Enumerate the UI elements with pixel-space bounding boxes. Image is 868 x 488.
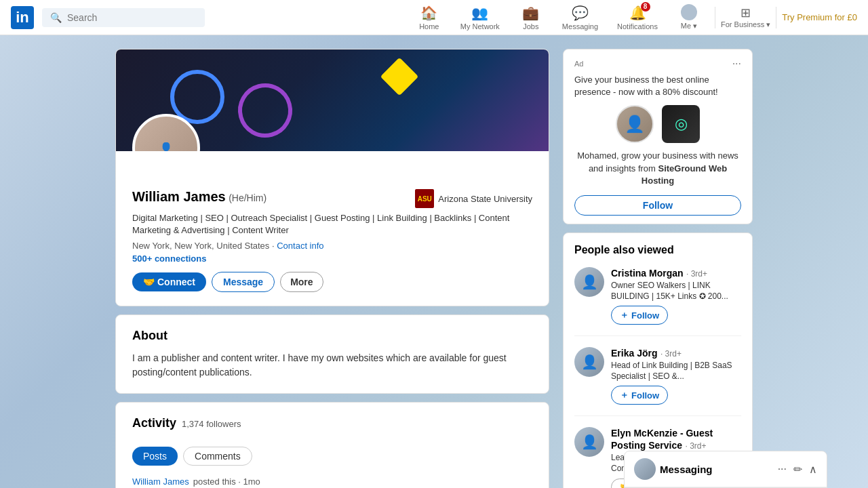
messaging-header[interactable]: Messaging ··· ✏ ∧ [625, 451, 827, 487]
search-icon: 🔍 [50, 12, 62, 23]
nav-divider [715, 7, 715, 28]
cover-shape-yellow [380, 58, 419, 96]
profile-cover: 👤 [116, 49, 549, 151]
notification-badge: 8 [641, 2, 650, 12]
school-logo: ASU [415, 189, 434, 208]
navbar: in 🔍 🏠 Home 👥 My Network 💼 Jobs 💬 Messag… [0, 0, 868, 35]
sidebar: Ad ··· Give your business the best onlin… [563, 49, 753, 488]
nav-my-network-label: My Network [460, 22, 500, 30]
connect-button[interactable]: 🤝 Connect [132, 272, 206, 291]
person-name-row-1: Cristina Morgan · 3rd+ [611, 267, 741, 279]
person-degree-1: · 3rd+ [686, 269, 707, 279]
profile-location: New York, New York, United States · Cont… [132, 241, 532, 251]
nav-for-business[interactable]: ⊞ For Business ▾ [721, 5, 770, 29]
nav-notifications-label: Notifications [617, 22, 658, 30]
ad-card: Ad ··· Give your business the best onlin… [563, 49, 753, 224]
grid-icon: ⊞ [741, 5, 751, 20]
messaging-icon: 💬 [572, 5, 589, 21]
ad-tagline: Give your business the best online prese… [574, 74, 741, 98]
nav-me[interactable]: Me ▾ [669, 4, 709, 30]
profile-pronoun: (He/Him) [229, 192, 267, 203]
search-box: 🔍 [42, 8, 205, 27]
about-text: I am a publisher and content writer. I h… [132, 351, 532, 380]
person-avatar-1: 👤 [574, 267, 604, 297]
person-follow-button-1[interactable]: ＋ Follow [611, 306, 668, 325]
people-also-viewed-card: People also viewed 👤 Cristina Morgan · 3… [563, 232, 753, 488]
nav-home-label: Home [419, 22, 439, 30]
post-author-name[interactable]: William James [132, 476, 189, 487]
person-follow-button-2[interactable]: ＋ Follow [611, 386, 668, 405]
profile-avatar[interactable]: 👤 [132, 114, 200, 151]
post-author-row: William James posted this · 1mo [132, 476, 532, 487]
messaging-compose-icon[interactable]: ✏ [793, 463, 802, 476]
message-button[interactable]: Message [212, 272, 275, 292]
ad-more-icon[interactable]: ··· [732, 58, 741, 70]
contact-info-link[interactable]: Contact info [277, 241, 323, 251]
profile-connections[interactable]: 500+ connections [132, 253, 532, 264]
profile-card: 👤 William James (He/Him) ASU Arizona Sta… [115, 49, 549, 306]
people-also-viewed-title: People also viewed [574, 244, 741, 256]
school-name: Arizona State University [438, 194, 532, 204]
me-icon [681, 4, 697, 20]
profile-school[interactable]: ASU Arizona State University [415, 189, 532, 208]
messaging-title: Messaging [660, 464, 713, 475]
ad-user-avatar: 👤 [616, 105, 654, 143]
profile-section: 👤 William James (He/Him) ASU Arizona Sta… [115, 49, 549, 488]
notifications-icon: 🔔 8 [629, 5, 646, 21]
nav-messaging[interactable]: 💬 Messaging [554, 5, 606, 30]
list-item: 👤 Cristina Morgan · 3rd+ Owner SEO Walke… [574, 267, 741, 336]
person-name-1[interactable]: Cristina Morgan [611, 268, 684, 279]
messaging-collapse-icon[interactable]: ∧ [809, 463, 817, 476]
search-input[interactable] [67, 12, 197, 23]
profile-avatar-wrap: 👤 [132, 114, 200, 151]
list-item: 👤 Erika Jörg · 3rd+ Head of Link Buildin… [574, 347, 741, 416]
profile-name-block: William James (He/Him) [132, 189, 267, 205]
messaging-more-icon[interactable]: ··· [778, 463, 787, 475]
profile-headline: Digital Marketing | SEO | Outreach Speci… [132, 212, 532, 237]
activity-title: Activity [132, 416, 176, 430]
person-info-1: Cristina Morgan · 3rd+ Owner SEO Walkers… [611, 267, 741, 325]
messaging-avatar [634, 458, 656, 480]
ad-label: Ad [574, 60, 583, 68]
profile-name-row: William James (He/Him) ASU Arizona State… [132, 189, 532, 208]
nav-jobs-label: Jobs [523, 22, 538, 30]
profile-name: William James [132, 189, 226, 204]
tab-comments[interactable]: Comments [183, 447, 252, 466]
post-meta: posted this · 1mo [193, 476, 260, 487]
activity-header: Activity 1,374 followers [132, 416, 532, 439]
person-name-2[interactable]: Erika Jörg [611, 348, 657, 359]
person-headline-2: Head of Link Building | B2B SaaS Special… [611, 361, 741, 382]
home-icon: 🏠 [420, 5, 437, 21]
profile-actions: 🤝 Connect Message More [132, 272, 532, 292]
activity-card: Activity 1,374 followers Posts Comments … [115, 402, 549, 488]
person-avatar-3: 👤 [574, 427, 604, 457]
linkedin-logo[interactable]: in [11, 6, 34, 29]
avatar-person-icon: 👤 [159, 142, 173, 152]
person-degree-2: · 3rd+ [660, 349, 682, 359]
person-name-row-3: Elyn McKenzie - Guest Posting Service · … [611, 427, 741, 451]
my-network-icon: 👥 [471, 5, 488, 21]
about-title: About [132, 329, 532, 343]
nav-notifications[interactable]: 🔔 8 Notifications [609, 5, 666, 30]
ad-follow-button[interactable]: Follow [574, 195, 741, 216]
ad-header: Ad ··· [574, 58, 741, 70]
person-degree-3: · 3rd+ [686, 441, 707, 451]
nav-me-label: Me ▾ [681, 22, 697, 30]
nav-my-network[interactable]: 👥 My Network [452, 5, 508, 30]
nav-home[interactable]: 🏠 Home [409, 5, 450, 30]
nav-divider2 [776, 7, 776, 28]
activity-tabs: Posts Comments [132, 447, 532, 466]
nav-center: 🏠 Home 👥 My Network 💼 Jobs 💬 Messaging 🔔… [409, 4, 857, 30]
tab-posts[interactable]: Posts [132, 447, 178, 466]
try-premium-link[interactable]: Try Premium for £0 [782, 12, 857, 22]
nav-jobs[interactable]: 💼 Jobs [511, 5, 551, 30]
nav-for-business-label: For Business ▾ [721, 20, 770, 29]
ad-description: Mohamed, grow your business with news an… [574, 150, 741, 187]
messaging-icons: ··· ✏ ∧ [778, 463, 817, 476]
plus-icon-1: ＋ [620, 309, 629, 321]
more-button[interactable]: More [280, 272, 323, 292]
person-headline-1: Owner SEO Walkers | LINK BUILDING | 15K+… [611, 281, 741, 302]
ad-logos: 👤 ◎ [574, 105, 741, 143]
connect-icon: 🤝 [143, 277, 155, 287]
profile-info: William James (He/Him) ASU Arizona State… [116, 151, 549, 306]
